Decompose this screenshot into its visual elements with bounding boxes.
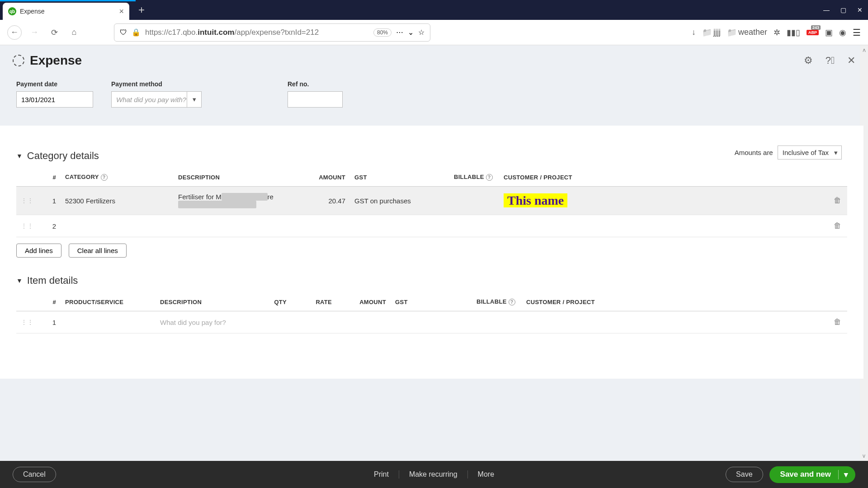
minimize-icon[interactable]: — (823, 6, 830, 14)
add-lines-button[interactable]: Add lines (16, 244, 61, 258)
library-icon[interactable]: ▮▮▯ (787, 28, 800, 38)
page-actions-icon[interactable]: ⋯ (396, 28, 403, 37)
customer-cell[interactable]: This name (499, 187, 829, 215)
home-button[interactable]: ⌂ (67, 25, 81, 40)
tab-title: Expense (20, 8, 115, 15)
drag-handle-icon[interactable]: ⋮⋮ (16, 187, 38, 215)
zoom-level[interactable]: 80% (373, 28, 392, 37)
payment-method-select[interactable]: What did you pay with? ▾ (111, 91, 202, 108)
history-icon[interactable] (13, 55, 24, 66)
url-bar[interactable]: 🛡 🔒 https://c17.qbo.intuit.com/app/expen… (114, 23, 430, 42)
bookmark-folder-weather[interactable]: weather (727, 28, 767, 38)
delete-row-icon[interactable]: 🗑 (829, 311, 847, 333)
close-tab-icon[interactable]: × (119, 7, 124, 16)
payment-method-label: Payment method (111, 80, 202, 88)
reload-button[interactable]: ⟳ (47, 25, 61, 40)
sidebar-icon[interactable]: ▣ (825, 28, 833, 38)
drag-handle-icon[interactable]: ⋮⋮ (16, 311, 38, 333)
cancel-button[interactable]: Cancel (13, 467, 56, 482)
chevron-down-icon[interactable]: ▾ (187, 92, 201, 107)
close-window-icon[interactable]: ✕ (857, 6, 863, 14)
payment-date-label: Payment date (16, 80, 93, 88)
help-icon[interactable]: ? (486, 174, 493, 181)
quickbooks-icon: qb (8, 7, 16, 15)
ref-no-input[interactable] (288, 91, 343, 108)
annotation-highlight: This name (504, 193, 567, 207)
hamburger-menu-icon[interactable]: ☰ (853, 27, 861, 38)
lock-icon: 🔒 (132, 28, 141, 37)
help-icon[interactable]: ? (509, 299, 515, 305)
category-cell[interactable]: 52300 Fertilizers (61, 187, 174, 215)
table-row[interactable]: ⋮⋮ 1 52300 Fertilizers Fertiliser for Mx… (16, 187, 847, 215)
amounts-are-label: Amounts are (735, 149, 773, 156)
more-button[interactable]: More (468, 470, 504, 479)
payment-date-input[interactable] (16, 91, 93, 108)
shield-icon[interactable]: 🛡 (120, 28, 127, 37)
save-button[interactable]: Save (726, 467, 763, 482)
description-cell[interactable]: Fertiliser for Mxxxxxxxx xxxxxre xxxxxxx… (174, 187, 291, 215)
pocket-icon[interactable]: ⌄ (408, 28, 414, 37)
gear-icon[interactable]: ⚙ (804, 55, 813, 66)
table-row[interactable]: ⋮⋮ 2 🗑 (16, 215, 847, 237)
clear-lines-button[interactable]: Clear all lines (69, 244, 127, 258)
help-icon[interactable]: ? (101, 174, 108, 181)
page-title: Expense (30, 53, 82, 68)
save-and-new-button[interactable]: Save and new▾ (769, 466, 855, 483)
forward-button[interactable]: → (27, 25, 42, 40)
close-icon[interactable]: ✕ (847, 55, 855, 66)
browser-tab[interactable]: qb Expense × (3, 3, 129, 20)
table-row[interactable]: ⋮⋮ 1 What did you pay for? 🗑 (16, 311, 847, 333)
url-text: https://c17.qbo.intuit.com/app/expense?t… (145, 28, 369, 37)
ref-no-label: Ref no. (288, 80, 343, 88)
description-placeholder[interactable]: What did you pay for? (156, 311, 259, 333)
collapse-triangle-icon: ▼ (16, 152, 23, 160)
account-icon[interactable]: ◉ (839, 28, 846, 38)
gst-cell[interactable]: GST on purchases (350, 187, 449, 215)
amount-cell[interactable]: 20.47 (291, 187, 350, 215)
bookmark-folder-jjjj[interactable]: jjjj (702, 28, 721, 38)
category-details-table: # CATEGORY? DESCRIPTION AMOUNT GST BILLA… (16, 168, 847, 237)
item-details-table: # PRODUCT/SERVICE DESCRIPTION QTY RATE A… (16, 293, 847, 333)
bookmark-star-icon[interactable]: ☆ (418, 28, 425, 37)
item-details-toggle[interactable]: ▼ Item details (16, 275, 847, 286)
back-button[interactable]: ← (7, 25, 22, 40)
tax-mode-select[interactable]: Inclusive of Tax (778, 145, 842, 160)
delete-row-icon[interactable]: 🗑 (829, 187, 847, 215)
make-recurring-button[interactable]: Make recurring (399, 470, 468, 479)
new-tab-button[interactable]: + (138, 4, 145, 16)
billable-cell[interactable] (449, 187, 499, 215)
collapse-triangle-icon: ▼ (16, 277, 23, 284)
print-button[interactable]: Print (364, 470, 399, 479)
maximize-icon[interactable]: ▢ (840, 6, 846, 14)
downloads-icon[interactable]: ↓ (692, 28, 696, 37)
chevron-down-icon[interactable]: ▾ (838, 470, 848, 479)
help-icon[interactable]: ?⃝ (826, 55, 835, 66)
settings-gear-icon[interactable]: ✲ (774, 28, 780, 38)
delete-row-icon[interactable]: 🗑 (829, 215, 847, 237)
drag-handle-icon[interactable]: ⋮⋮ (16, 215, 38, 237)
abp-icon[interactable]: 243ABP (807, 30, 819, 35)
category-details-toggle[interactable]: ▼ Category details (16, 150, 847, 162)
